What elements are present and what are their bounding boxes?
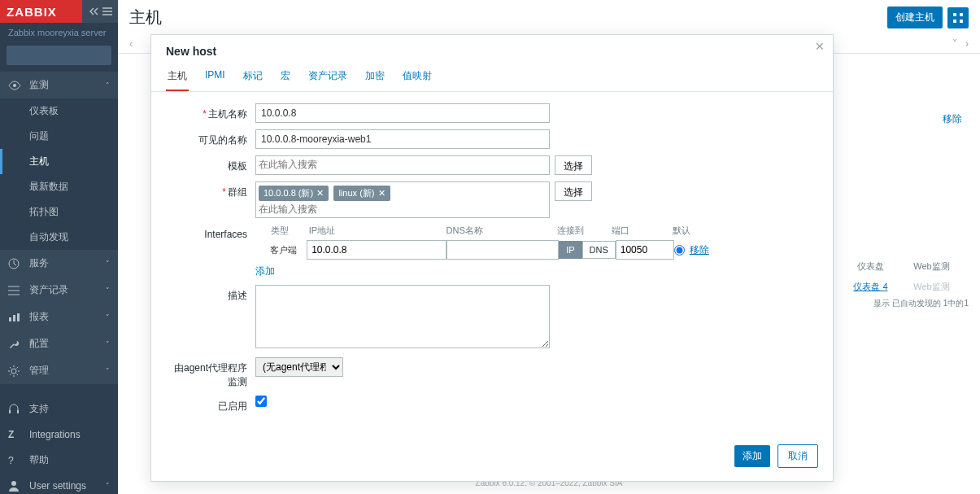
interface-row: 客户端 IP DNS 移除 [255,240,711,260]
iface-port-input[interactable] [616,240,674,260]
svg-point-2 [13,84,16,87]
connect-dns[interactable]: DNS [582,241,616,259]
nav-section-monitor: 监测 ˄ 仪表板 问题 主机 最新数据 拓扑图 自动发现 [0,72,118,250]
templates-multiselect[interactable] [255,155,550,175]
label-enabled: 已启用 [166,396,255,413]
nav-header-config[interactable]: 配置 ˅ [0,330,118,357]
nav-label: 服务 [29,256,49,270]
host-name-input[interactable] [255,103,550,123]
svg-rect-15 [953,20,956,23]
wrench-icon [8,339,23,350]
nav-header-inventory[interactable]: 资产记录 ˅ [0,277,118,304]
group-tag[interactable]: 10.0.0.8 (新)✕ [259,186,329,201]
chevron-down-icon: ˅ [106,286,110,295]
enabled-checkbox[interactable] [255,396,267,407]
svg-rect-14 [960,13,963,16]
page-title: 主机 [129,7,887,28]
tab-inventory[interactable]: 资产记录 [307,63,349,91]
menu-icon [102,7,112,15]
svg-point-7 [11,369,16,374]
nav-header-monitor[interactable]: 监测 ˄ [0,72,118,98]
templates-select-button[interactable]: 选择 [555,155,592,175]
col-dashboard: 仪表盘 [840,257,901,276]
iface-dns-input[interactable] [446,240,559,260]
nav-header-reports[interactable]: 报表 ˅ [0,304,118,330]
groups-search[interactable] [259,203,340,215]
close-icon[interactable]: ✕ [378,188,385,198]
close-icon[interactable]: ✕ [316,188,324,198]
iface-remove-link[interactable]: 移除 [690,243,709,257]
nav-label: 配置 [29,337,49,351]
groups-multiselect[interactable]: 10.0.0.8 (新)✕ linux (新)✕ [255,181,550,218]
label-visible-name: 可见的名称 [166,129,255,147]
search-box[interactable] [7,46,111,65]
chevron-up-icon: ˄ [106,81,110,90]
tab-ipmi[interactable]: IPMI [203,63,227,91]
modal-title: New host [151,35,833,63]
chevron-down-icon: ˅ [106,340,110,348]
expand-icon [952,12,964,24]
nav-item-hosts[interactable]: 主机 [0,149,118,174]
bg-remove-link[interactable]: 移除 [943,112,962,126]
label-groups: *群组 [166,181,255,199]
visible-name-input[interactable] [255,129,550,149]
add-interface-link[interactable]: 添加 [255,265,275,277]
nav-header-admin[interactable]: 管理 ˅ [0,357,118,384]
nav-support[interactable]: 支持 [0,396,118,422]
filter-prev[interactable]: ‹ [129,38,133,50]
templates-search[interactable] [259,159,340,170]
search-input[interactable] [11,50,133,61]
modal-tabs: 主机 IPMI 标记 宏 资产记录 加密 值映射 [151,63,833,92]
nav-label: 帮助 [29,453,49,467]
question-icon: ? [8,455,23,466]
modal-close-button[interactable]: ✕ [815,40,825,53]
kiosk-button[interactable] [947,7,969,28]
svg-rect-4 [9,317,11,321]
label-proxy: 由agent代理程序监测 [166,357,255,389]
nav-label: Integrations [29,429,81,440]
tab-tags[interactable]: 标记 [242,63,264,91]
iface-ip-input[interactable] [307,240,446,260]
tab-macros[interactable]: 宏 [279,63,292,91]
nav-item-latest[interactable]: 最新数据 [0,174,118,199]
groups-select-button[interactable]: 选择 [555,181,592,201]
svg-rect-6 [17,313,20,321]
tab-encryption[interactable]: 加密 [364,63,386,91]
create-host-button[interactable]: 创建主机 [887,7,943,28]
connect-ip[interactable]: IP [559,241,581,259]
label-host-name: *主机名称 [166,103,255,121]
z-icon: Z [8,429,23,440]
tab-valuemap[interactable]: 值映射 [401,63,433,91]
nav-help[interactable]: ? 帮助 [0,447,118,474]
col-web: Web监测 [901,257,962,276]
filter-next[interactable]: › [965,38,969,50]
nav-item-problems[interactable]: 问题 [0,124,118,149]
filter-expand[interactable]: ˅ [952,38,957,50]
proxy-select[interactable]: (无agent代理程序) [255,357,343,377]
tab-host[interactable]: 主机 [166,63,189,91]
nav-integrations[interactable]: Z Integrations [0,422,118,447]
group-tag[interactable]: linux (新)✕ [333,186,390,201]
eye-icon [8,81,23,90]
nav-item-discovery[interactable]: 自动发现 [0,225,118,250]
modal-add-button[interactable]: 添加 [734,445,770,467]
chevron-down-icon: ˅ [106,313,110,321]
dashboard-link[interactable]: 仪表盘 4 [853,282,887,291]
sidebar: ZABBIX Zabbix mooreyxia server 监测 ˄ 仪表板 … [0,0,118,494]
nav-header-services[interactable]: 服务 ˅ [0,250,118,277]
chart-icon [8,313,23,322]
modal-cancel-button[interactable]: 取消 [777,444,818,468]
nav-user-settings[interactable]: User settings ˅ [0,474,118,494]
collapse-icon [89,7,100,15]
iface-default-radio[interactable] [674,245,685,256]
brand-logo: ZABBIX [7,5,57,19]
nav-item-maps[interactable]: 拓扑图 [0,199,118,225]
description-textarea[interactable] [255,285,550,348]
sidebar-collapse-button[interactable] [82,0,118,23]
svg-rect-13 [953,13,956,16]
svg-rect-8 [9,410,11,413]
nav-item-dashboard[interactable]: 仪表板 [0,98,118,124]
label-templates: 模板 [166,155,255,173]
page-header: 主机 创建主机 [118,0,980,35]
interface-headers: 类型 IP地址 DNS名称 连接到 端口 默认 [255,225,711,237]
